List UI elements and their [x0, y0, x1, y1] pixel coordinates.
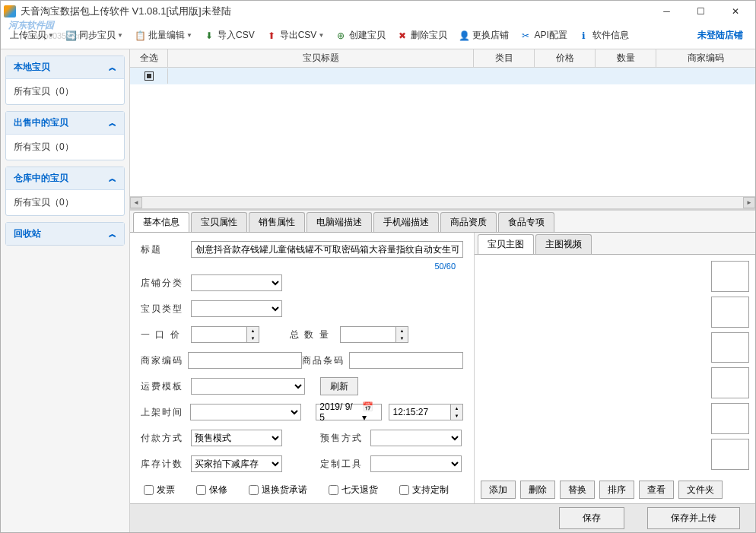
- minimize-button[interactable]: ─: [650, 1, 684, 22]
- qty-up[interactable]: ▲: [396, 327, 408, 335]
- custom-tool-select[interactable]: [370, 455, 462, 472]
- scroll-left-button[interactable]: ◄: [130, 197, 142, 208]
- tab-qualification[interactable]: 商品资质: [440, 212, 497, 232]
- time-spinner[interactable]: ▲▼: [389, 404, 463, 420]
- item-type-select[interactable]: [191, 300, 282, 317]
- image-slot[interactable]: [711, 297, 749, 328]
- image-toolbar: 添加 删除 替换 排序 查看 文件夹: [475, 476, 755, 503]
- col-price[interactable]: 价格: [535, 49, 596, 67]
- invoice-checkbox[interactable]: 发票: [144, 484, 175, 497]
- time-input[interactable]: [389, 405, 450, 420]
- image-add-button[interactable]: 添加: [481, 481, 516, 499]
- panel-local-item[interactable]: 所有宝贝（0）: [6, 79, 124, 104]
- panel-selling-header[interactable]: 出售中的宝贝︽: [6, 112, 124, 135]
- tab-food[interactable]: 食品专项: [498, 212, 554, 232]
- image-slot[interactable]: [711, 439, 749, 470]
- software-info-button[interactable]: ℹ软件信息: [573, 26, 634, 45]
- batch-edit-button[interactable]: 📋批量编辑▼: [129, 26, 197, 45]
- tab-mobile-desc[interactable]: 手机端描述: [373, 212, 439, 232]
- image-slot[interactable]: [711, 403, 749, 434]
- delete-icon: ✖: [396, 30, 408, 42]
- shipping-template-select[interactable]: [191, 378, 305, 395]
- panel-recycle-header[interactable]: 回收站︽: [6, 223, 124, 245]
- import-csv-button[interactable]: ⬇导入CSV: [199, 26, 259, 45]
- scrollbar-horizontal[interactable]: ◄ ►: [130, 196, 755, 208]
- row-checkbox-cell[interactable]: [130, 68, 168, 84]
- checkbox-indeterminate-icon[interactable]: [145, 71, 154, 81]
- col-title[interactable]: 宝贝标题: [168, 49, 474, 67]
- scroll-track[interactable]: [142, 197, 743, 208]
- date-picker[interactable]: 2019/ 9/ 5📅▾: [316, 404, 381, 420]
- stock-count-select[interactable]: 买家拍下减库存: [191, 455, 282, 472]
- delete-button[interactable]: ✖删除宝贝: [392, 26, 452, 45]
- qty-input[interactable]: [341, 327, 395, 342]
- title-input[interactable]: [191, 241, 463, 258]
- tab-pc-desc[interactable]: 电脑端描述: [307, 212, 372, 232]
- panel-selling-item[interactable]: 所有宝贝（0）: [6, 135, 124, 160]
- create-button[interactable]: ⊕创建宝贝: [330, 26, 390, 45]
- image-replace-button[interactable]: 替换: [560, 481, 595, 499]
- grid-body[interactable]: [130, 68, 755, 196]
- list-time-label: 上架时间: [141, 406, 186, 419]
- image-slot[interactable]: [711, 332, 749, 363]
- time-down[interactable]: ▼: [451, 412, 462, 420]
- grid-header: 全选 宝贝标题 类目 价格 数量 商家编码: [130, 49, 755, 68]
- merchant-code-input[interactable]: [188, 352, 302, 369]
- main-content: 本地宝贝︽ 所有宝贝（0） 出售中的宝贝︽ 所有宝贝（0） 仓库中的宝贝︽ 所有…: [1, 49, 755, 532]
- return-promise-checkbox[interactable]: 退换货承诺: [249, 484, 307, 497]
- refresh-button[interactable]: 刷新: [320, 377, 358, 395]
- qty-down[interactable]: ▼: [396, 335, 408, 342]
- price-spinner[interactable]: ▲▼: [191, 326, 259, 343]
- tab-sales-attrs[interactable]: 销售属性: [249, 212, 305, 232]
- login-status[interactable]: 未登陆店铺: [697, 29, 751, 42]
- list-time-select[interactable]: [190, 404, 301, 420]
- presale-method-select[interactable]: [370, 430, 462, 446]
- export-csv-button[interactable]: ⬆导出CSV▼: [261, 26, 329, 45]
- sync-icon: 🔄: [65, 30, 77, 42]
- tab-main-image[interactable]: 宝贝主图: [478, 234, 534, 254]
- tab-basic[interactable]: 基本信息: [133, 212, 189, 232]
- support-custom-checkbox[interactable]: 支持定制: [399, 484, 449, 497]
- custom-tool-label: 定制工具: [320, 458, 366, 471]
- qty-spinner[interactable]: ▲▼: [340, 326, 408, 343]
- tab-video[interactable]: 主图视频: [535, 234, 592, 254]
- save-button[interactable]: 保存: [559, 507, 624, 529]
- image-slot[interactable]: [711, 261, 749, 292]
- image-slot[interactable]: [711, 367, 749, 398]
- price-up[interactable]: ▲: [247, 327, 259, 335]
- image-folder-button[interactable]: 文件夹: [678, 481, 723, 499]
- save-upload-button[interactable]: 保存并上传: [647, 507, 740, 529]
- shop-category-select[interactable]: [191, 274, 282, 291]
- seven-day-checkbox[interactable]: 七天退货: [329, 484, 378, 497]
- price-input[interactable]: [192, 327, 246, 342]
- maximize-button[interactable]: ☐: [684, 1, 718, 22]
- price-down[interactable]: ▼: [247, 335, 259, 342]
- close-button[interactable]: ✕: [718, 1, 752, 22]
- image-delete-button[interactable]: 删除: [520, 481, 555, 499]
- api-config-button[interactable]: ✂API配置: [515, 26, 571, 45]
- col-check[interactable]: 全选: [130, 49, 168, 67]
- sync-button[interactable]: 🔄同步宝贝▼: [60, 26, 128, 45]
- payment-method-select[interactable]: 预售模式: [191, 430, 282, 446]
- image-view-button[interactable]: 查看: [639, 481, 674, 499]
- time-up[interactable]: ▲: [451, 405, 462, 412]
- scroll-right-button[interactable]: ►: [743, 197, 755, 208]
- panel-local-header[interactable]: 本地宝贝︽: [6, 56, 124, 79]
- col-code[interactable]: 商家编码: [656, 49, 755, 67]
- col-quantity[interactable]: 数量: [596, 49, 656, 67]
- switch-shop-button[interactable]: 👤更换店铺: [453, 26, 513, 45]
- panel-warehouse-header[interactable]: 仓库中的宝贝︽: [6, 167, 124, 190]
- grid-row[interactable]: [130, 68, 755, 84]
- tab-attrs[interactable]: 宝贝属性: [191, 212, 247, 232]
- col-category[interactable]: 类目: [474, 49, 535, 67]
- upload-button[interactable]: 上传宝贝▼: [5, 26, 59, 45]
- warranty-checkbox[interactable]: 保修: [196, 484, 227, 497]
- window-controls: ─ ☐ ✕: [650, 1, 752, 22]
- chevron-up-icon: ︽: [109, 118, 116, 128]
- stock-count-label: 库存计数: [141, 458, 186, 471]
- barcode-input[interactable]: [349, 352, 463, 369]
- panel-warehouse-item[interactable]: 所有宝贝（0）: [6, 190, 124, 215]
- image-sort-button[interactable]: 排序: [599, 481, 634, 499]
- barcode-label: 商品条码: [302, 354, 345, 367]
- window-title: 天音淘宝数据包上传软件 V1.08.1[试用版]未登陆: [21, 5, 650, 18]
